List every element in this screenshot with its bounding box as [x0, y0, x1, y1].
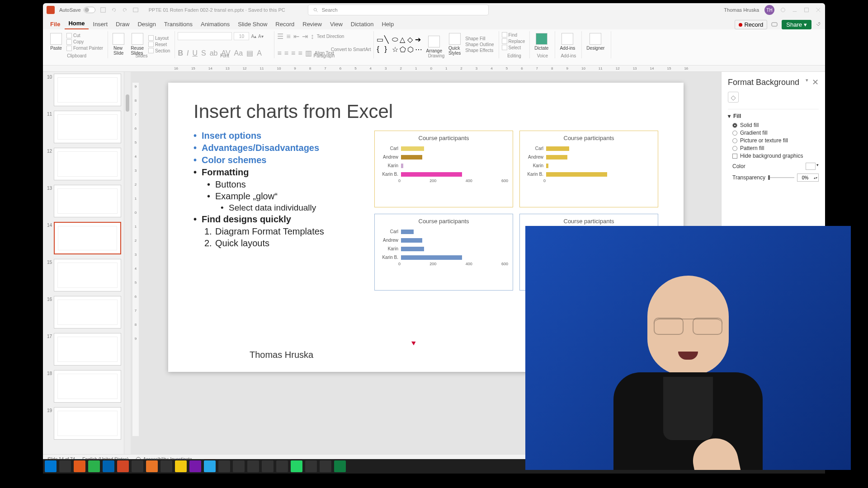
taskbar-app-icon[interactable]: [204, 460, 216, 472]
tab-review[interactable]: Review: [299, 19, 326, 29]
thumbnail-slide-10[interactable]: 10: [46, 74, 121, 106]
start-button[interactable]: [45, 460, 57, 472]
font-name-input[interactable]: [178, 32, 232, 40]
taskbar-vlc-icon[interactable]: [146, 460, 158, 472]
indent-inc-button[interactable]: ⇥: [302, 32, 308, 41]
thumbnail-slide-17[interactable]: 17: [46, 333, 121, 366]
shapes-gallery[interactable]: ▭╲⬭△◇➔ {}☆⬠⬡⋯: [377, 35, 421, 54]
thumbnail-slide-18[interactable]: 18: [46, 370, 121, 403]
taskbar-app-icon[interactable]: [247, 460, 259, 472]
section-button[interactable]: Section: [148, 48, 170, 53]
gradient-fill-radio[interactable]: Gradient fill: [732, 130, 819, 136]
taskbar-app-icon[interactable]: [320, 460, 331, 472]
undo-icon[interactable]: [111, 7, 117, 13]
thumbnail-slide-14[interactable]: 14: [46, 222, 121, 254]
designer-button[interactable]: Designer: [585, 32, 606, 52]
shrink-font-icon[interactable]: A▾: [258, 34, 264, 39]
tab-slideshow[interactable]: Slide Show: [234, 19, 271, 29]
scrollbar-thumb[interactable]: [126, 94, 129, 112]
layout-button[interactable]: Layout: [148, 35, 170, 41]
tab-draw[interactable]: Draw: [112, 19, 133, 29]
start-from-beginning-icon[interactable]: [132, 7, 139, 13]
addins-button[interactable]: Add-ins: [558, 32, 577, 52]
fill-section-header[interactable]: ▾Fill: [728, 113, 819, 119]
taskbar-app-icon[interactable]: [233, 460, 245, 472]
transparency-slider[interactable]: [768, 177, 794, 178]
tab-record[interactable]: Record: [272, 19, 298, 29]
tab-animations[interactable]: Animations: [197, 19, 233, 29]
record-button[interactable]: Record: [735, 20, 767, 29]
numbering-button[interactable]: ≡: [286, 33, 290, 41]
slide-title[interactable]: Insert charts from Excel: [193, 101, 658, 122]
new-slide-button[interactable]: New Slide: [111, 32, 126, 56]
maximize-icon[interactable]: [803, 7, 810, 13]
line-spacing-button[interactable]: ↕: [311, 33, 314, 41]
slider-knob-icon[interactable]: [768, 175, 770, 180]
tab-dictation[interactable]: Dictation: [347, 19, 377, 29]
minimize-icon[interactable]: [792, 7, 798, 13]
find-button[interactable]: Find: [502, 32, 525, 38]
reuse-slides-button[interactable]: Reuse Slides: [129, 32, 146, 56]
taskbar-app-icon[interactable]: [262, 460, 274, 472]
taskbar-explorer-icon[interactable]: [59, 460, 71, 472]
taskbar-whatsapp-icon[interactable]: [291, 460, 302, 472]
format-painter-button[interactable]: Format Painter: [66, 46, 103, 51]
thumbnail-slide-15[interactable]: 15: [46, 259, 121, 291]
taskbar-app-icon[interactable]: [175, 460, 187, 472]
redo-icon[interactable]: [122, 7, 128, 13]
cut-button[interactable]: Cut: [66, 33, 103, 38]
taskbar-chrome-icon[interactable]: [88, 460, 100, 472]
taskbar-edge-icon[interactable]: [103, 460, 114, 472]
fill-tab-icon[interactable]: [728, 92, 739, 103]
taskbar-onenote-icon[interactable]: [189, 460, 201, 472]
search-input[interactable]: Search: [308, 5, 489, 15]
save-icon[interactable]: [100, 7, 106, 13]
tab-home[interactable]: Home: [65, 18, 88, 29]
solid-fill-radio[interactable]: Solid fill: [732, 122, 819, 128]
thumbnail-slide-16[interactable]: 16: [46, 296, 121, 328]
shape-fill-button[interactable]: Shape Fill: [465, 36, 494, 41]
slide-text[interactable]: Insert options Advantages/Disadvantages …: [193, 131, 361, 291]
picture-fill-radio[interactable]: Picture or texture fill: [732, 137, 819, 144]
taskbar-app-icon[interactable]: [132, 460, 143, 472]
thumbnail-slide-13[interactable]: 13: [46, 185, 121, 217]
pattern-fill-radio[interactable]: Pattern fill: [732, 145, 819, 151]
avatar[interactable]: TH: [764, 5, 774, 15]
grow-font-icon[interactable]: A▴: [251, 34, 256, 39]
thumbnail-scrollbar[interactable]: [124, 72, 131, 454]
taskbar-powerpoint-icon[interactable]: [117, 460, 129, 472]
tab-file[interactable]: File: [47, 19, 64, 29]
shape-outline-button[interactable]: Shape Outline: [465, 42, 494, 47]
close-icon[interactable]: [815, 7, 821, 13]
thumbnail-slide-19[interactable]: 19: [46, 407, 121, 440]
tab-transitions[interactable]: Transitions: [160, 19, 196, 29]
tab-view[interactable]: View: [326, 19, 346, 29]
quick-styles-button[interactable]: Quick Styles: [447, 32, 462, 56]
dictate-button[interactable]: Dictate: [533, 32, 550, 52]
taskbar-excel-icon[interactable]: [334, 460, 346, 472]
thumbnail-slide-12[interactable]: 12: [46, 148, 121, 180]
taskbar-app-icon[interactable]: [305, 460, 317, 472]
chevron-down-icon[interactable]: ▾: [806, 77, 808, 87]
paste-button[interactable]: Paste: [48, 32, 64, 52]
replace-button[interactable]: Replace: [502, 38, 525, 44]
toggle-off-icon[interactable]: [84, 7, 95, 13]
indent-dec-button[interactable]: ⇤: [293, 32, 299, 41]
shape-effects-button[interactable]: Shape Effects: [465, 48, 494, 53]
chart-2[interactable]: Course participantsCarlAndrewKarinKarin …: [519, 131, 658, 207]
slide-thumbnails[interactable]: 10111213141516171819: [43, 72, 124, 454]
taskbar-app-icon[interactable]: [218, 460, 230, 472]
taskbar-app-icon[interactable]: [276, 460, 288, 472]
taskbar-firefox-icon[interactable]: [74, 460, 85, 472]
text-direction-button[interactable]: Text Direction: [317, 34, 344, 39]
font-size-input[interactable]: 10: [234, 32, 249, 40]
bullets-button[interactable]: ☰: [277, 32, 283, 41]
hide-bg-checkbox[interactable]: Hide background graphics: [732, 153, 819, 159]
sync-icon[interactable]: [780, 7, 786, 13]
chevron-up-icon[interactable]: ⌃: [817, 21, 821, 28]
share-button[interactable]: Share▾: [782, 20, 811, 29]
taskbar-app-icon[interactable]: [160, 460, 172, 472]
arrange-button[interactable]: Arrange: [424, 35, 444, 54]
tab-help[interactable]: Help: [378, 19, 397, 29]
select-button[interactable]: Select: [502, 45, 525, 50]
